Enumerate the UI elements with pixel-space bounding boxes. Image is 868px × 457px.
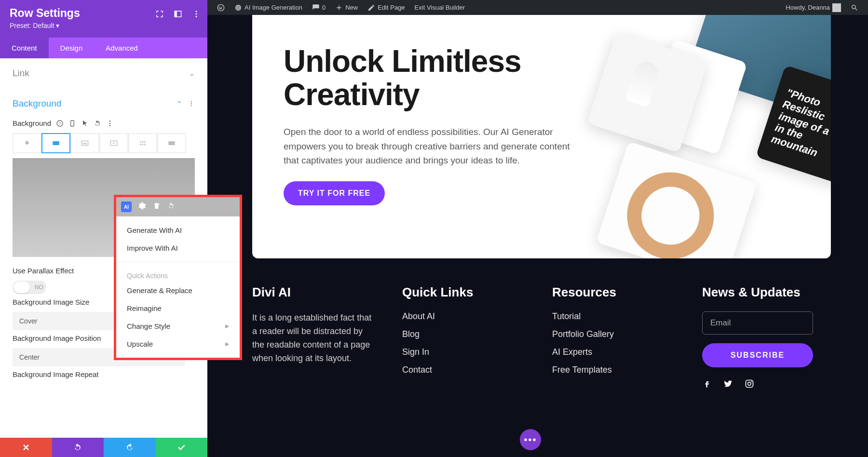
gear-icon[interactable] [138,202,146,212]
section-background[interactable]: Background ⌃ [0,89,207,119]
svg-point-26 [748,382,751,386]
exit-visual-builder[interactable]: Exit Visual Builder [410,0,470,15]
submenu-chevron-icon: ▶ [225,323,229,329]
more-icon[interactable] [192,10,201,18]
svg-point-7 [191,103,192,104]
avatar [832,3,841,12]
svg-rect-21 [140,144,141,145]
footer-link[interactable]: Contact [402,365,432,375]
hero-section: Unlock LimitlessCreativity Open the door… [252,15,831,258]
svg-rect-20 [144,141,146,143]
expand-icon[interactable] [155,10,164,18]
section-link-label: Link [13,68,29,79]
page-canvas: Unlock LimitlessCreativity Open the door… [207,15,868,457]
wp-logo[interactable] [212,0,230,15]
svg-point-4 [196,13,197,15]
hero-cta-button[interactable]: TRY IT FOR FREE [284,181,385,205]
howdy-user[interactable]: Howdy, Deanna [781,0,846,15]
footer-link[interactable]: AI Experts [552,347,592,357]
edit-page-label: Edit Page [378,0,405,15]
bg-more-icon[interactable] [106,120,114,127]
svg-rect-18 [140,141,141,143]
trash-icon[interactable] [153,202,161,212]
ai-badge-icon[interactable]: AI [121,202,132,212]
footer-link[interactable]: Sign In [402,347,429,357]
ai-upscale-item[interactable]: Upscale▶ [116,335,240,353]
wp-admin-bar: AI Image Generation 0 New Edit Page Exit… [207,0,868,15]
svg-point-3 [196,11,197,12]
footer-col-about: Divi AI It is a long established fact th… [252,285,373,389]
svg-rect-22 [142,144,144,145]
footer-link[interactable]: Tutorial [552,311,581,321]
ai-context-menu: AI Generate With AI Improve With AI Quic… [114,195,242,360]
footer-col4-title: News & Updates [702,285,823,300]
instagram-icon[interactable] [745,379,754,389]
svg-rect-19 [142,141,144,143]
hero-description: Open the door to a world of endless poss… [284,125,583,167]
bg-repeat-label: Background Image Repeat [13,370,195,378]
footer-link[interactable]: Portfolio Gallery [552,329,614,339]
footer-col1-title: Divi AI [252,285,373,300]
section-link[interactable]: Link ⌄ [0,58,207,89]
save-button[interactable] [156,438,208,457]
footer-col-resources: Resources Tutorial Portfolio Gallery AI … [552,285,673,389]
bg-tab-image[interactable] [70,133,99,153]
collage-headphones-image [596,141,757,258]
hover-icon[interactable] [81,120,89,127]
footer-col-newsletter: News & Updates SUBSCRIBE [702,285,823,389]
svg-rect-11 [71,121,74,126]
ai-change-style-item[interactable]: Change Style▶ [116,317,240,335]
sidebar-footer [0,438,207,457]
help-icon[interactable]: ? [56,120,64,127]
ai-improve-item[interactable]: Improve With AI [116,239,240,257]
ai-generate-item[interactable]: Generate With AI [116,221,240,239]
footer-link[interactable]: About AI [402,311,435,321]
svg-point-13 [109,122,111,124]
ai-quick-actions-heading: Quick Actions [116,267,240,282]
sidebar-header: Row Settings Preset: Default ▾ [0,0,207,38]
tab-design[interactable]: Design [49,38,95,58]
section-more-icon[interactable] [188,100,195,107]
parallax-toggle[interactable]: NO [13,281,46,294]
subscribe-button[interactable]: SUBSCRIBE [702,343,813,367]
tab-content[interactable]: Content [0,38,49,58]
email-field[interactable] [702,311,813,335]
facebook-icon[interactable] [702,379,712,389]
svg-rect-23 [144,144,146,145]
footer-link[interactable]: Blog [402,329,420,339]
bg-tab-color[interactable] [13,133,41,153]
site-name[interactable]: AI Image Generation [230,0,307,15]
section-bg-label: Background [13,98,61,109]
tab-advanced[interactable]: Advanced [94,38,149,58]
svg-point-14 [109,125,111,126]
reset-icon[interactable] [167,202,175,212]
phone-icon[interactable] [68,120,76,127]
submenu-chevron-icon: ▶ [225,341,229,347]
svg-text:?: ? [59,121,61,125]
redo-button[interactable] [104,438,156,457]
bg-tab-pattern[interactable] [128,133,157,153]
reset-icon[interactable] [94,120,101,127]
cancel-button[interactable] [0,438,52,457]
page-footer: Divi AI It is a long established fact th… [252,285,823,389]
edit-page-link[interactable]: Edit Page [363,0,409,15]
svg-point-8 [191,105,192,106]
toggle-knob [14,282,30,293]
ai-menu-header: AI [116,197,240,216]
dock-icon[interactable] [174,10,182,18]
ai-generate-replace-item[interactable]: Generate & Replace [116,282,240,299]
footer-link[interactable]: Free Templates [552,365,612,375]
comments-link[interactable]: 0 [307,0,330,15]
undo-button[interactable] [52,438,104,457]
bg-tab-gradient[interactable] [41,133,70,153]
preset-selector[interactable]: Preset: Default ▾ [10,22,198,29]
new-content-link[interactable]: New [330,0,363,15]
bg-tab-video[interactable] [99,133,128,153]
builder-fab-button[interactable]: ••• [520,429,541,450]
svg-rect-15 [53,141,59,145]
twitter-icon[interactable] [723,379,733,389]
ai-reimagine-item[interactable]: Reimagine [116,299,240,317]
bg-tab-mask[interactable] [157,133,186,153]
footer-col3-title: Resources [552,285,673,300]
admin-search[interactable] [846,0,863,15]
